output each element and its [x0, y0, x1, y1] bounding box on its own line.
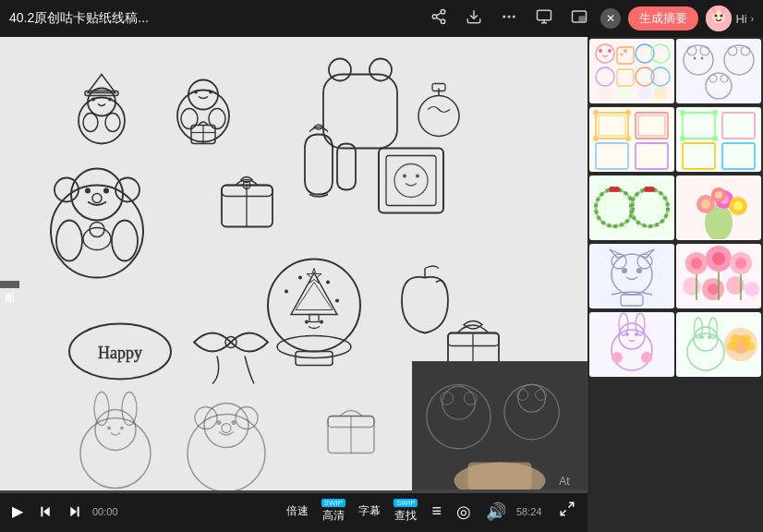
- share-icon[interactable]: [425, 5, 453, 32]
- prev-button[interactable]: [33, 502, 57, 522]
- svg-point-120: [599, 49, 602, 53]
- target-icon[interactable]: ◎: [452, 499, 476, 525]
- sticker-item[interactable]: [676, 175, 761, 240]
- svg-point-74: [305, 320, 309, 324]
- screen-icon[interactable]: [530, 5, 558, 32]
- svg-point-140: [701, 57, 704, 60]
- sticker-item[interactable]: [589, 312, 674, 377]
- svg-point-121: [608, 49, 612, 53]
- svg-point-231: [727, 342, 736, 351]
- time-current: 00:00: [92, 506, 125, 517]
- mini-video: At: [412, 361, 587, 490]
- sticker-item[interactable]: [676, 107, 761, 172]
- svg-point-70: [285, 290, 288, 294]
- svg-point-8: [513, 16, 515, 18]
- svg-point-133: [638, 87, 651, 100]
- svg-point-150: [593, 110, 599, 115]
- svg-point-124: [621, 54, 624, 56]
- svg-point-171: [609, 187, 614, 192]
- svg-point-161: [712, 110, 718, 115]
- svg-point-199: [712, 252, 725, 265]
- svg-line-3: [437, 18, 442, 20]
- top-bar: 40.2原创咕卡贴纸线稿... ✕ 生成摘要: [0, 0, 763, 37]
- svg-point-205: [726, 276, 745, 295]
- svg-point-1: [433, 15, 438, 19]
- svg-point-181: [701, 200, 710, 209]
- svg-point-217: [612, 352, 623, 363]
- sticker-row-5: [587, 310, 763, 379]
- sticker-row-2: [587, 105, 763, 174]
- svg-point-73: [335, 299, 339, 303]
- controls-bar: ▶ 00:00 倍速 SWIP 高清 字幕: [0, 490, 587, 532]
- svg-point-71: [298, 276, 302, 280]
- next-button[interactable]: [63, 502, 87, 522]
- svg-rect-147: [591, 108, 672, 171]
- sticker-item[interactable]: [676, 312, 761, 377]
- sticker-row-3: [587, 174, 763, 242]
- download-icon[interactable]: [460, 5, 488, 32]
- svg-point-87: [107, 427, 111, 430]
- more-icon[interactable]: [495, 5, 523, 32]
- svg-point-187: [715, 191, 722, 199]
- search-button[interactable]: SWIP 查找: [390, 497, 421, 526]
- sticker-item[interactable]: [589, 175, 674, 240]
- sticker-row-4: [587, 242, 763, 310]
- svg-point-131: [599, 87, 612, 100]
- svg-point-192: [622, 268, 627, 273]
- svg-point-193: [636, 268, 642, 273]
- mini-video-inner: At: [413, 362, 587, 490]
- svg-line-117: [561, 511, 565, 515]
- svg-point-218: [641, 352, 652, 363]
- svg-point-215: [625, 332, 629, 336]
- user-area[interactable]: Hi ›: [706, 6, 754, 31]
- pip-icon[interactable]: [565, 5, 593, 32]
- svg-point-75: [320, 320, 323, 324]
- volume-icon[interactable]: 🔊: [481, 499, 511, 525]
- svg-point-132: [619, 87, 632, 100]
- svg-point-6: [503, 16, 506, 18]
- right-sidebar: [587, 37, 763, 532]
- svg-point-230: [745, 342, 755, 351]
- svg-point-123: [624, 49, 627, 53]
- svg-point-216: [635, 332, 638, 336]
- svg-point-93: [217, 420, 222, 425]
- sticker-item[interactable]: [676, 244, 761, 308]
- svg-point-224: [700, 335, 704, 339]
- svg-point-72: [326, 281, 330, 284]
- subtitle-button[interactable]: 字幕: [355, 502, 384, 521]
- speed-button[interactable]: 倍速: [283, 502, 312, 521]
- svg-point-162: [680, 136, 685, 141]
- svg-point-176: [644, 187, 649, 192]
- svg-marker-112: [43, 506, 50, 516]
- svg-point-197: [691, 258, 702, 269]
- time-total: 58:24: [516, 506, 549, 517]
- svg-point-163: [712, 136, 718, 141]
- svg-text:At: At: [559, 475, 570, 488]
- sticker-item[interactable]: [589, 39, 674, 103]
- svg-point-32: [194, 91, 198, 94]
- hd-button[interactable]: SWIP 高清: [318, 497, 349, 526]
- svg-line-116: [569, 502, 574, 507]
- playlist-icon[interactable]: ≡: [427, 499, 446, 524]
- play-button[interactable]: ▶: [7, 500, 28, 523]
- sticker-item[interactable]: [589, 244, 674, 308]
- fullscreen-icon[interactable]: [554, 498, 580, 525]
- svg-rect-110: [467, 463, 531, 490]
- svg-point-26: [108, 98, 112, 102]
- svg-point-7: [508, 16, 511, 18]
- svg-rect-9: [538, 10, 551, 20]
- svg-point-134: [654, 87, 667, 100]
- chevron-right-icon: ›: [751, 14, 754, 24]
- svg-point-2: [442, 19, 446, 24]
- svg-point-151: [625, 110, 631, 115]
- svg-point-160: [680, 110, 685, 115]
- svg-point-202: [683, 277, 701, 296]
- sticker-item[interactable]: [676, 39, 761, 103]
- sticker-item[interactable]: [589, 107, 674, 172]
- summary-button[interactable]: 生成摘要: [628, 6, 698, 30]
- progress-bar[interactable]: [0, 490, 587, 493]
- svg-point-185: [733, 201, 743, 211]
- svg-rect-158: [678, 108, 759, 171]
- close-button[interactable]: ✕: [600, 8, 621, 29]
- left-label: 图库: [0, 281, 19, 288]
